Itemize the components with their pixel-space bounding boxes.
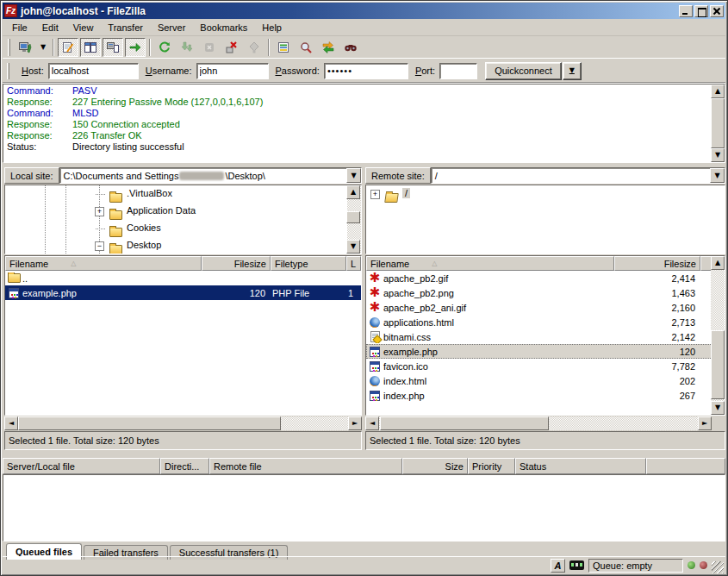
table-row[interactable]: ..	[5, 271, 361, 285]
table-row[interactable]: apache_pb2_ani.gif 2,160	[366, 300, 725, 315]
tree-item[interactable]: + /	[366, 185, 725, 203]
directory-comparison-button[interactable]	[296, 38, 316, 57]
scroll-down-button[interactable]: ▼	[346, 240, 360, 254]
scroll-up-button[interactable]: ▲	[711, 256, 725, 270]
scrollbar-thumb[interactable]	[18, 416, 281, 430]
tree-item[interactable]: Cookies	[5, 220, 361, 237]
menu-view[interactable]: View	[72, 21, 95, 34]
local-site-combobox[interactable]: C:\Documents and Settings\Desktop\ ▼	[59, 167, 362, 184]
column-header-serverlocal[interactable]: Server/Local file	[3, 458, 160, 474]
combo-dropdown-button[interactable]: ▼	[346, 168, 361, 183]
expand-icon[interactable]: +	[95, 207, 104, 216]
remote-site-combobox[interactable]: / ▼	[431, 167, 725, 184]
disconnect-button[interactable]	[221, 38, 242, 57]
table-row[interactable]: bitnami.css 2,142	[366, 329, 725, 344]
minimize-button[interactable]	[679, 5, 693, 17]
close-button[interactable]	[710, 5, 724, 17]
combo-dropdown-button[interactable]: ▼	[710, 168, 725, 183]
password-input[interactable]	[324, 63, 408, 79]
scroll-left-button[interactable]: ◄	[365, 416, 379, 430]
scroll-right-button[interactable]: ►	[698, 416, 712, 430]
column-header-filename[interactable]: Filename△	[366, 256, 614, 271]
column-header-status[interactable]: Status	[515, 458, 646, 474]
maximize-button[interactable]	[694, 5, 708, 17]
table-row[interactable]: apache_pb2.png 1,463	[366, 285, 725, 300]
reconnect-button[interactable]	[244, 38, 264, 57]
scroll-up-button[interactable]: ▲	[711, 85, 725, 98]
tree-item[interactable]: + Application Data	[5, 203, 361, 220]
find-files-icon	[344, 41, 358, 54]
scrollbar-thumb[interactable]	[380, 416, 549, 430]
find-files-button[interactable]	[340, 38, 361, 57]
local-hscrollbar[interactable]: ◄ ►	[4, 416, 362, 430]
scrollbar-thumb[interactable]	[711, 330, 725, 399]
toggle-transfer-queue-button[interactable]	[125, 38, 146, 57]
directory-listing-filters-button[interactable]	[273, 38, 294, 57]
table-row[interactable]: example.php 120 PHP File 1	[5, 285, 361, 300]
table-row[interactable]: index.php 267	[366, 388, 725, 403]
table-row[interactable]: favicon.ico 7,782	[366, 359, 725, 373]
scrollbar-thumb[interactable]	[346, 211, 360, 223]
titlebar[interactable]: Fz john@localhost - FileZilla	[3, 3, 725, 19]
host-input[interactable]	[48, 63, 139, 79]
column-header-filesize[interactable]: Filesize	[614, 256, 700, 271]
site-manager-button[interactable]	[15, 38, 35, 57]
scrollbar-thumb[interactable]	[711, 98, 725, 148]
log-scrollbar[interactable]: ▲ ▼	[711, 85, 725, 162]
table-row[interactable]: applications.html 2,713	[366, 315, 725, 329]
remote-vscrollbar[interactable]: ▲ ▼	[711, 256, 725, 415]
image-file-icon	[368, 287, 382, 299]
scroll-down-button[interactable]: ▼	[711, 148, 725, 162]
table-row[interactable]: index.html 202	[366, 373, 725, 388]
menu-server[interactable]: Server	[157, 21, 186, 34]
column-header-direction[interactable]: Directi...	[160, 458, 209, 474]
log-text: MLSD	[72, 108, 99, 119]
scroll-right-button[interactable]: ►	[348, 416, 362, 430]
queue-list[interactable]	[3, 474, 725, 542]
username-input[interactable]	[196, 63, 269, 79]
column-header-lastmodified[interactable]: L	[346, 256, 361, 271]
menu-edit[interactable]: Edit	[41, 21, 59, 34]
message-log-icon	[61, 41, 75, 54]
php-file-icon	[368, 346, 382, 358]
scroll-down-button[interactable]: ▼	[711, 401, 725, 415]
chevron-down-icon: ▼	[569, 67, 575, 74]
expand-icon[interactable]: +	[370, 190, 380, 199]
menu-bookmarks[interactable]: Bookmarks	[199, 21, 248, 34]
port-input[interactable]	[439, 63, 477, 79]
column-header-size[interactable]: Size	[402, 458, 468, 474]
tree-item[interactable]: − Desktop	[5, 237, 361, 254]
toggle-remote-tree-button[interactable]	[103, 38, 123, 57]
collapse-icon[interactable]: −	[95, 241, 104, 251]
table-row[interactable]: example.php 120	[366, 344, 725, 359]
column-header-priority[interactable]: Priority	[468, 458, 515, 474]
column-header-filesize[interactable]: Filesize	[202, 256, 271, 271]
local-path-suffix: \Desktop\	[225, 171, 264, 181]
process-queue-button[interactable]	[177, 38, 197, 57]
scroll-left-button[interactable]: ◄	[4, 416, 18, 430]
refresh-button[interactable]	[154, 38, 175, 57]
quickconnect-button[interactable]: Quickconnect	[485, 62, 562, 80]
site-manager-dropdown[interactable]: ▼	[37, 38, 49, 57]
toggle-local-tree-button[interactable]	[80, 38, 101, 57]
toolbar-grip[interactable]	[8, 39, 10, 56]
column-header-filetype[interactable]: Filetype	[271, 256, 346, 271]
column-header-remotefile[interactable]: Remote file	[209, 458, 402, 474]
toggle-message-log-button[interactable]	[58, 38, 78, 57]
menu-file[interactable]: File	[11, 21, 28, 34]
cancel-operation-button[interactable]	[199, 38, 220, 57]
quickconnect-dropdown[interactable]: ▼	[563, 62, 582, 80]
synchronized-browsing-icon	[321, 41, 335, 54]
column-header-filename[interactable]: Filename△	[5, 256, 202, 271]
scroll-up-button[interactable]: ▲	[346, 185, 360, 199]
remote-hscrollbar[interactable]: ◄ ►	[365, 416, 712, 430]
local-tree-scrollbar[interactable]: ▲ ▼	[347, 185, 361, 254]
menu-help[interactable]: Help	[261, 21, 283, 34]
quickconnect-grip[interactable]	[7, 63, 9, 79]
menu-transfer[interactable]: Transfer	[107, 21, 144, 34]
resize-grip[interactable]	[712, 561, 724, 573]
table-row[interactable]: apache_pb2.gif 2,414	[366, 271, 725, 285]
synchronized-browsing-button[interactable]	[318, 38, 339, 57]
tree-item[interactable]: .VirtualBox	[5, 185, 361, 203]
quickconnect-bar: Host: Username: Password: Port: Quickcon…	[3, 59, 725, 83]
